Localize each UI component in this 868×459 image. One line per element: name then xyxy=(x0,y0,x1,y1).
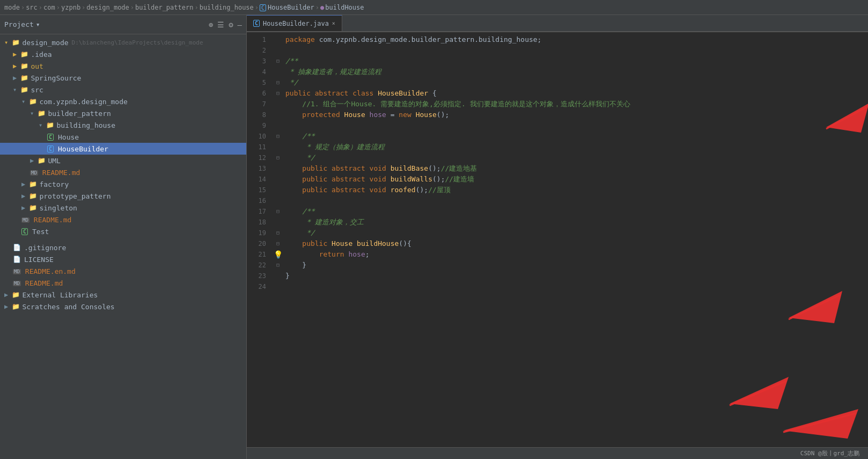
tree-com-yzpnb[interactable]: ▾ 📁 com.yzpnb.design_mode xyxy=(0,96,246,107)
tree-uml[interactable]: ▶ 📁 UML xyxy=(0,155,246,166)
line-number: 12 xyxy=(247,152,273,163)
code-line: 5 ⊟ */ xyxy=(247,77,868,88)
code-line: 2 xyxy=(247,45,868,56)
tree-idea[interactable]: ▶ 📁 .idea xyxy=(0,48,246,60)
line-number: 3 xyxy=(247,56,273,67)
breadcrumb-item[interactable]: yzpnb xyxy=(61,4,80,11)
line-number: 20 xyxy=(247,238,273,249)
toolbar-icons: ⊕ ☰ ⚙ — xyxy=(209,20,242,29)
project-text: Project xyxy=(4,20,34,28)
tree-factory[interactable]: ▶ 📁 factory xyxy=(0,178,246,190)
line-number: 10 xyxy=(247,131,273,142)
tree-out[interactable]: ▶ 📁 out xyxy=(0,60,246,72)
tree-item-label: README.md xyxy=(42,169,80,177)
tree-building-house[interactable]: ▾ 📁 building_house xyxy=(0,119,246,131)
tree-item-label: prototype_pattern xyxy=(39,192,111,200)
code-line: 1 package com.yzpnb.design_mode.builder_… xyxy=(247,34,868,45)
fold-icon[interactable]: ⊟ xyxy=(276,228,279,238)
folder-open-icon: ▾ 📁 xyxy=(21,98,37,105)
code-line: 19 ⊟ */ xyxy=(247,228,868,238)
locate-icon[interactable]: ⊕ xyxy=(209,20,213,29)
editor-content[interactable]: 1 package com.yzpnb.design_mode.builder_… xyxy=(247,32,868,447)
line-gutter xyxy=(273,185,283,195)
tab-close-button[interactable]: × xyxy=(332,20,335,26)
tree-readme-en[interactable]: MD README.en.md xyxy=(0,265,246,277)
code-line: 16 xyxy=(247,195,868,206)
line-content: /** xyxy=(283,131,868,142)
line-content xyxy=(283,45,868,56)
breadcrumb-item[interactable]: ●buildHouse xyxy=(320,4,364,11)
tree-src[interactable]: ▾ 📁 src xyxy=(0,84,246,96)
breadcrumb-item[interactable]: design_mode xyxy=(86,4,129,11)
fold-icon[interactable]: ⊟ xyxy=(276,152,279,163)
code-line: 6 ⊟ public abstract class HouseBuilder { xyxy=(247,88,868,99)
line-content: public abstract void buildWalls();//建造墙 xyxy=(283,174,868,185)
line-gutter: ⊟ xyxy=(273,238,283,249)
tree-root[interactable]: ▾ 📁 design_mode D:\biancheng\IdeaProject… xyxy=(0,37,246,48)
line-number: 14 xyxy=(247,174,273,185)
tree-item-label: Test xyxy=(32,228,49,236)
tab-file-icon: C xyxy=(253,20,260,27)
tree-ext-libs[interactable]: ▶ 📁 External Libraries xyxy=(0,289,246,301)
tree-readme-main[interactable]: MD README.md xyxy=(0,277,246,289)
editor-tab-housebuilder[interactable]: C HouseBuilder.java × xyxy=(247,15,342,31)
code-line: 22 ⊟ } xyxy=(247,260,868,271)
line-gutter xyxy=(273,163,283,174)
hide-icon[interactable]: — xyxy=(238,20,242,29)
fold-icon[interactable]: ⊟ xyxy=(276,238,279,249)
line-number: 19 xyxy=(247,228,273,238)
line-number: 24 xyxy=(247,281,273,292)
breadcrumb-sep: › xyxy=(194,4,198,11)
tree-license[interactable]: 📄 LICENSE xyxy=(0,253,246,265)
tree-springsource[interactable]: ▶ 📁 SpringSource xyxy=(0,72,246,84)
tree-singleton[interactable]: ▶ 📁 singleton xyxy=(0,202,246,214)
breadcrumb-item[interactable]: builder_pattern xyxy=(135,4,193,11)
tree-readme2[interactable]: MD README.md xyxy=(0,214,246,225)
bulb-icon[interactable]: 💡 xyxy=(274,249,283,260)
project-dropdown-icon[interactable]: ▾ xyxy=(36,20,40,28)
main-layout: Project ▾ ⊕ ☰ ⚙ — ▾ 📁 design_mode D:\bia… xyxy=(0,15,868,459)
line-content: */ xyxy=(283,152,868,163)
breadcrumb-item[interactable]: src xyxy=(26,4,38,11)
project-label[interactable]: Project ▾ xyxy=(4,20,40,28)
tree-test[interactable]: C Test xyxy=(0,225,246,237)
line-gutter xyxy=(273,281,283,292)
sidebar: Project ▾ ⊕ ☰ ⚙ — ▾ 📁 design_mode D:\bia… xyxy=(0,15,247,459)
line-content: return hose; xyxy=(283,249,868,260)
breadcrumb-item[interactable]: com xyxy=(43,4,55,11)
collapse-icon[interactable]: ☰ xyxy=(217,20,224,29)
breadcrumb-item[interactable]: CHouseBuilder xyxy=(260,4,314,11)
breadcrumb-item[interactable]: building_house xyxy=(200,4,254,11)
tree-item-label: External Libraries xyxy=(22,291,98,299)
folder-open-icon: ▾ 📁 xyxy=(30,110,46,117)
tree-house[interactable]: C House xyxy=(0,131,246,143)
line-number: 6 xyxy=(247,88,273,99)
md-icon: MD xyxy=(21,216,30,223)
folder-icon: ▶ 📁 xyxy=(30,157,46,164)
code-line: 7 //1. 组合一个House. 需要建造的对象,必须指定. 我们要建造的就是… xyxy=(247,99,868,110)
breadcrumb-item[interactable]: mode xyxy=(4,4,20,11)
line-content xyxy=(283,120,868,131)
breadcrumb: mode › src › com › yzpnb › design_mode ›… xyxy=(0,0,868,15)
settings-icon[interactable]: ⚙ xyxy=(229,20,233,29)
folder-icon: ▶ 📁 xyxy=(21,192,37,200)
tree-scratches[interactable]: ▶ 📁 Scratches and Consoles xyxy=(0,301,246,312)
folder-icon: ▶ 📁 xyxy=(4,303,20,310)
fold-icon[interactable]: ⊟ xyxy=(276,131,279,142)
fold-icon[interactable]: ⊟ xyxy=(276,88,279,99)
code-line: 11 * 规定（抽象）建造流程 xyxy=(247,142,868,152)
fold-icon[interactable]: ⊟ xyxy=(276,260,279,271)
fold-icon[interactable]: ⊟ xyxy=(276,56,279,67)
line-content: */ xyxy=(283,228,868,238)
tree-readme1[interactable]: MD README.md xyxy=(0,166,246,178)
tree-prototype[interactable]: ▶ 📁 prototype_pattern xyxy=(0,190,246,202)
tree-item-label: .idea xyxy=(31,50,52,59)
tree-housebuilder[interactable]: C HouseBuilder xyxy=(0,143,246,155)
line-gutter: ⊟ xyxy=(273,206,283,217)
editor-area: C HouseBuilder.java × 1 package com.yzpn… xyxy=(247,15,868,459)
tree-gitignore[interactable]: 📄 .gitignore xyxy=(0,242,246,253)
tree-builder-pattern[interactable]: ▾ 📁 builder_pattern xyxy=(0,107,246,119)
fold-icon[interactable]: ⊟ xyxy=(276,77,279,88)
fold-icon[interactable]: ⊟ xyxy=(276,206,279,217)
line-number: 16 xyxy=(247,195,273,206)
